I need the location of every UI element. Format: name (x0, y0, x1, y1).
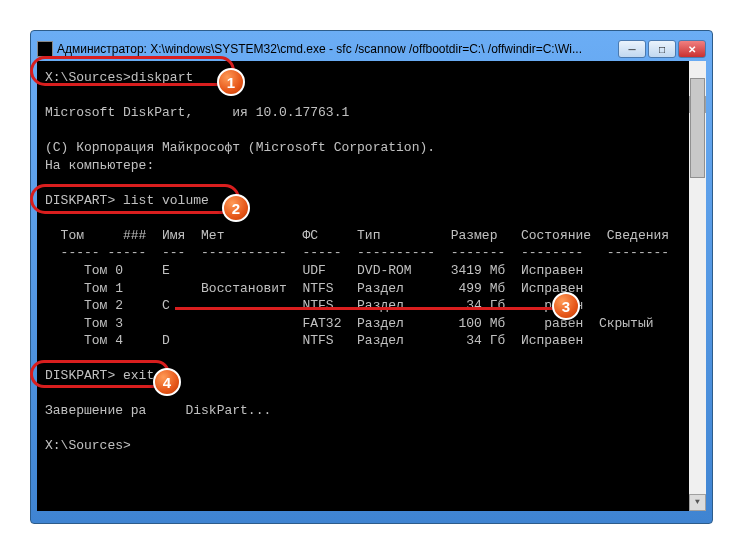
console-output[interactable]: X:\Sources>diskpart Microsoft DiskPart, … (37, 61, 706, 511)
maximize-button[interactable]: □ (648, 40, 676, 58)
table-header: Том ### Имя Мет ФС Тип Размер Состояние … (45, 228, 669, 243)
cmd-icon (37, 41, 53, 57)
finish-line: Завершение ра DiskPart... (45, 403, 271, 418)
close-icon: ✕ (688, 44, 696, 55)
table-row: Том 4 D NTFS Раздел 34 Гб Исправен (45, 333, 583, 348)
close-button[interactable]: ✕ (678, 40, 706, 58)
table-divider: ----- ----- --- ----------- ----- ------… (45, 245, 669, 260)
cmd-diskpart: diskpart (131, 70, 193, 85)
table-row: Том 0 E UDF DVD-ROM 3419 Мб Исправен (45, 263, 583, 278)
cmd-window: Администратор: X:\windows\SYSTEM32\cmd.e… (30, 30, 713, 524)
maximize-icon: □ (659, 44, 665, 55)
table-row: Том 2 C NTFS Раздел 34 Гб равен (45, 298, 583, 313)
cmd-exit: exit (123, 368, 154, 383)
diskpart-version: Microsoft DiskPart, ия 10.0.17763.1 (45, 105, 349, 120)
table-row: Том 1 Восстановит NTFS Раздел 499 Мб Исп… (45, 281, 583, 296)
computer-line: На компьютере: (45, 158, 154, 173)
title-bar[interactable]: Администратор: X:\windows\SYSTEM32\cmd.e… (37, 37, 706, 61)
prompt-diskpart: DISKPART> (45, 193, 123, 208)
window-title: Администратор: X:\windows\SYSTEM32\cmd.e… (57, 42, 618, 56)
scroll-thumb[interactable] (690, 78, 705, 178)
window-controls: ─ □ ✕ (618, 40, 706, 58)
prompt-diskpart: DISKPART> (45, 368, 123, 383)
chevron-down-icon: ▼ (695, 497, 700, 508)
scroll-down-button[interactable]: ▼ (689, 494, 706, 511)
vertical-scrollbar[interactable]: ▲ ▼ (689, 61, 706, 511)
prompt-source: X:\Sources> (45, 438, 131, 453)
minimize-button[interactable]: ─ (618, 40, 646, 58)
copyright-line: (C) Корпорация Майкрософт (Microsoft Cor… (45, 140, 435, 155)
table-row: Том 3 FAT32 Раздел 100 Мб равен Скрытый (45, 316, 654, 331)
prompt-source: X:\Sources> (45, 70, 131, 85)
minimize-icon: ─ (628, 44, 635, 55)
cmd-list-volume: list volume (123, 193, 209, 208)
